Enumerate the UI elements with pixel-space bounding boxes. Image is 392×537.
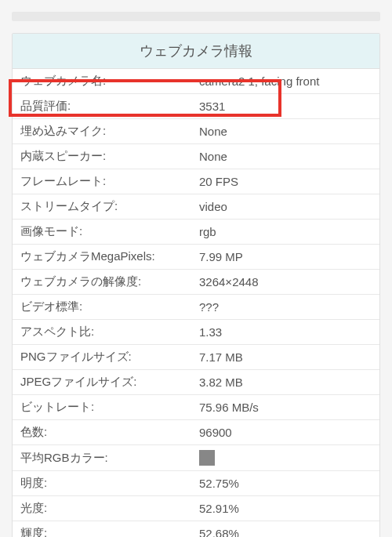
info-value: 7.99 MP — [199, 250, 372, 263]
info-value: camera2 1, facing front — [199, 74, 372, 88]
info-value: None — [199, 125, 372, 138]
info-value: 1.33 — [199, 325, 372, 339]
info-value: 52.68% — [199, 527, 372, 537]
info-row: 明度:52.75% — [13, 471, 379, 496]
info-row: 画像モード:rgb — [13, 220, 379, 245]
info-row: アスペクト比:1.33 — [13, 320, 379, 345]
info-row: 色数:96900 — [13, 420, 379, 445]
info-label: 平均RGBカラー: — [20, 451, 199, 466]
info-label: 色数: — [20, 425, 199, 440]
info-value: 96900 — [199, 426, 372, 439]
info-value: rgb — [199, 225, 372, 238]
info-label: フレームレート: — [20, 174, 199, 189]
info-value: 52.75% — [199, 477, 372, 490]
info-row: 内蔵スピーカー:None — [13, 144, 379, 169]
info-row: 品質評価:3531 — [13, 94, 379, 119]
faded-header-bar — [12, 12, 380, 21]
info-label: 内蔵スピーカー: — [20, 149, 199, 164]
info-label: ウェブカメラの解像度: — [20, 274, 199, 289]
info-value: None — [199, 150, 372, 163]
info-value: 3.82 MB — [199, 376, 372, 389]
info-label: 品質評価: — [20, 99, 199, 114]
info-label: 光度: — [20, 501, 199, 516]
info-label: 輝度: — [20, 526, 199, 537]
info-row: JPEGファイルサイズ:3.82 MB — [13, 370, 379, 395]
info-label: ウェブカメラMegaPixels: — [20, 249, 199, 264]
info-value — [199, 450, 372, 466]
info-label: 画像モード: — [20, 224, 199, 239]
info-value: 3264×2448 — [199, 275, 372, 288]
panel-title: ウェブカメラ情報 — [13, 34, 379, 69]
info-row: ビットレート:75.96 MB/s — [13, 395, 379, 420]
info-row: 輝度:52.68% — [13, 521, 379, 537]
info-label: ビットレート: — [20, 400, 199, 415]
info-rows-container: ウェブカメラ名:camera2 1, facing front品質評価:3531… — [13, 69, 379, 537]
info-label: ウェブカメラ名: — [20, 74, 199, 89]
info-row: フレームレート:20 FPS — [13, 169, 379, 194]
info-row: ストリームタイプ:video — [13, 194, 379, 220]
info-row: 光度:52.91% — [13, 496, 379, 521]
info-label: ビデオ標準: — [20, 299, 199, 314]
color-swatch — [199, 450, 215, 466]
info-row: ウェブカメラMegaPixels:7.99 MP — [13, 245, 379, 270]
info-label: PNGファイルサイズ: — [20, 350, 199, 365]
info-value: 7.17 MB — [199, 350, 372, 364]
info-value: 52.91% — [199, 502, 372, 515]
info-value: ??? — [199, 300, 372, 314]
info-row: ビデオ標準:??? — [13, 295, 379, 320]
info-label: JPEGファイルサイズ: — [20, 375, 199, 390]
info-label: アスペクト比: — [20, 325, 199, 339]
info-row: ウェブカメラ名:camera2 1, facing front — [13, 69, 379, 94]
info-label: ストリームタイプ: — [20, 199, 199, 214]
info-row: 平均RGBカラー: — [13, 445, 379, 471]
info-row: PNGファイルサイズ:7.17 MB — [13, 345, 379, 370]
info-row: ウェブカメラの解像度:3264×2448 — [13, 270, 379, 295]
info-label: 明度: — [20, 476, 199, 491]
info-row: 埋め込みマイク:None — [13, 119, 379, 144]
info-value: 20 FPS — [199, 175, 372, 188]
info-value: video — [199, 200, 372, 213]
info-value: 3531 — [199, 100, 372, 113]
info-label: 埋め込みマイク: — [20, 124, 199, 139]
webcam-info-panel: ウェブカメラ情報 ウェブカメラ名:camera2 1, facing front… — [12, 33, 380, 537]
info-value: 75.96 MB/s — [199, 401, 372, 414]
